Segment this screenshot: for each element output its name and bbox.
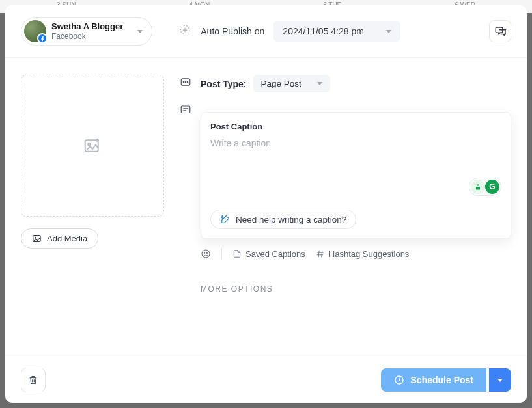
chat-icon	[494, 25, 506, 37]
svg-point-13	[206, 252, 207, 253]
post-type-label: Post Type:	[201, 79, 247, 89]
chevron-down-icon	[137, 30, 143, 33]
sparkle-icon	[178, 23, 191, 39]
add-media-label: Add Media	[47, 234, 87, 243]
post-type-row: Post Type: Page Post	[180, 75, 511, 92]
svg-point-11	[202, 250, 210, 258]
content-column: Post Type: Page Post Post Capti	[180, 75, 511, 357]
datetime-picker[interactable]: 2024/11/05 4:28 pm	[273, 21, 400, 42]
svg-rect-6	[181, 79, 190, 86]
assistant-badge-icon[interactable]	[471, 180, 485, 194]
facebook-badge-icon	[37, 33, 48, 44]
hashtag-suggestions-label: Hashtag Suggestions	[329, 249, 410, 259]
svg-rect-10	[181, 106, 190, 113]
hashtag-icon	[316, 249, 325, 258]
clock-icon	[394, 375, 404, 385]
chevron-down-icon	[497, 379, 503, 382]
svg-point-8	[185, 81, 186, 83]
account-network: Facebook	[51, 32, 123, 41]
image-icon	[32, 234, 42, 243]
account-text: Swetha A Blogger Facebook	[51, 21, 123, 41]
svg-point-7	[183, 81, 184, 83]
caption-help-label: Need help writing a caption?	[236, 215, 346, 224]
media-dropzone[interactable]	[21, 75, 164, 217]
post-type-select[interactable]: Page Post	[253, 75, 330, 92]
emoji-button[interactable]	[201, 249, 211, 259]
datetime-value: 2024/11/05 4:28 pm	[283, 26, 364, 36]
add-media-button[interactable]: Add Media	[21, 228, 98, 249]
svg-point-9	[187, 81, 188, 83]
account-name: Swetha A Blogger	[51, 21, 123, 32]
schedule-options-button[interactable]	[489, 368, 511, 392]
modal-header: Swetha A Blogger Facebook Auto Publish o…	[5, 5, 527, 58]
media-column: Add Media	[21, 75, 164, 357]
saved-captions-button[interactable]: Saved Captions	[232, 249, 305, 259]
caption-widgets: G	[469, 178, 501, 196]
modal-body: Add Media Post Type: Page Post	[5, 58, 527, 357]
caption-card: Post Caption G	[201, 112, 511, 239]
account-avatar	[24, 20, 46, 42]
schedule-post-button[interactable]: Schedule Post	[381, 368, 486, 392]
delete-button[interactable]	[21, 368, 46, 392]
caption-title: Post Caption	[210, 122, 501, 131]
caption-tools: Saved Captions Hashtag Suggestions	[201, 248, 511, 260]
divider	[221, 248, 222, 260]
file-icon	[232, 249, 242, 258]
trash-icon	[28, 375, 38, 385]
caption-input[interactable]	[210, 138, 501, 180]
publish-controls: Auto Publish on 2024/11/05 4:28 pm	[178, 21, 400, 42]
auto-publish-label: Auto Publish on	[201, 26, 264, 36]
magic-wand-icon	[220, 214, 231, 224]
chevron-down-icon	[317, 82, 322, 85]
image-add-icon	[83, 136, 102, 156]
post-type-selected: Page Post	[261, 79, 301, 88]
emoji-icon	[201, 249, 211, 259]
schedule-group: Schedule Post	[381, 368, 511, 392]
hashtag-suggestions-button[interactable]: Hashtag Suggestions	[316, 249, 410, 259]
svg-point-5	[35, 237, 36, 238]
schedule-post-label: Schedule Post	[411, 375, 473, 385]
more-options-heading: MORE OPTIONS	[201, 284, 511, 293]
chevron-down-icon	[386, 30, 391, 33]
post-type-icon	[180, 76, 191, 88]
compose-modal: Swetha A Blogger Facebook Auto Publish o…	[5, 5, 527, 403]
caption-icon	[180, 104, 191, 116]
modal-footer: Schedule Post	[5, 357, 527, 403]
svg-point-12	[204, 252, 204, 253]
conversation-button[interactable]	[489, 20, 511, 42]
svg-point-3	[88, 143, 91, 146]
saved-captions-label: Saved Captions	[245, 249, 305, 259]
account-selector[interactable]: Swetha A Blogger Facebook	[21, 17, 152, 46]
grammarly-icon[interactable]: G	[485, 180, 499, 194]
caption-help-button[interactable]: Need help writing a caption?	[210, 210, 356, 229]
